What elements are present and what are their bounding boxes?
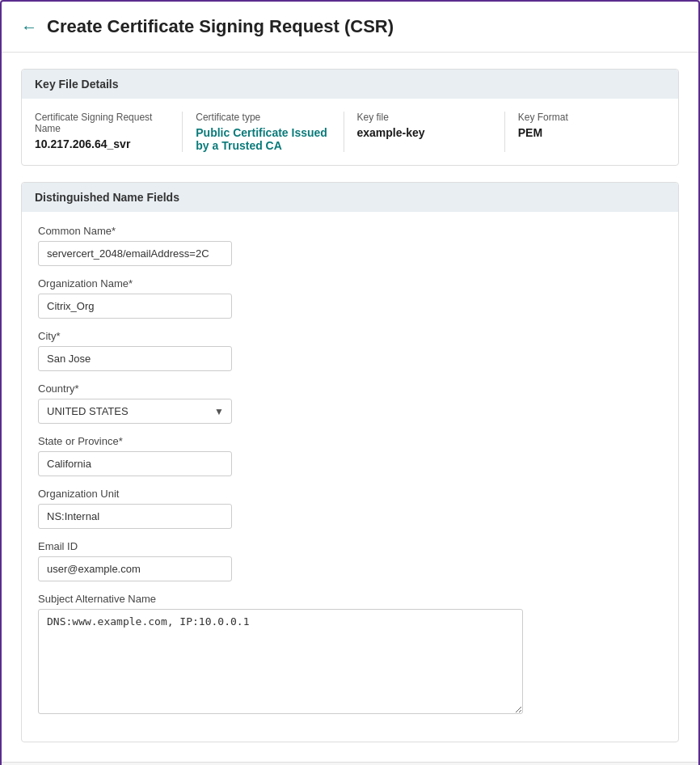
cert-type-value: Public Certificate Issued by a Trusted C… bbox=[196, 126, 330, 152]
state-label: State or Province* bbox=[38, 435, 662, 447]
email-input[interactable] bbox=[38, 556, 232, 581]
key-detail-csr-name: Certificate Signing Request Name 10.217.… bbox=[35, 112, 183, 152]
country-select[interactable]: UNITED STATES CANADA UNITED KINGDOM AUST… bbox=[38, 399, 232, 424]
cert-type-label: Certificate type bbox=[196, 112, 330, 123]
key-file-label: Key file bbox=[357, 112, 491, 123]
modal-container: ← Create Certificate Signing Request (CS… bbox=[0, 0, 700, 765]
email-group: Email ID bbox=[38, 540, 662, 581]
country-label: Country* bbox=[38, 382, 662, 395]
key-detail-key-format: Key Format PEM bbox=[505, 112, 665, 152]
csr-name-value: 10.217.206.64_svr bbox=[35, 137, 169, 150]
key-format-label: Key Format bbox=[518, 112, 652, 123]
san-label: Subject Alternative Name bbox=[38, 593, 662, 605]
email-label: Email ID bbox=[38, 540, 662, 552]
state-input[interactable] bbox=[38, 451, 232, 476]
modal-header: ← Create Certificate Signing Request (CS… bbox=[2, 2, 698, 53]
city-label: City* bbox=[38, 330, 662, 342]
common-name-group: Common Name* bbox=[38, 225, 662, 266]
city-group: City* bbox=[38, 330, 662, 371]
org-unit-label: Organization Unit bbox=[38, 488, 662, 500]
csr-name-label: Certificate Signing Request Name bbox=[35, 112, 169, 134]
org-name-input[interactable] bbox=[38, 294, 232, 319]
key-file-value: example-key bbox=[357, 126, 491, 139]
san-group: Subject Alternative Name DNS:www.example… bbox=[38, 593, 662, 717]
org-name-label: Organization Name* bbox=[38, 277, 662, 290]
page-title: Create Certificate Signing Request (CSR) bbox=[47, 16, 394, 37]
country-select-wrapper: UNITED STATES CANADA UNITED KINGDOM AUST… bbox=[38, 399, 232, 424]
modal-body: Key File Details Certificate Signing Req… bbox=[2, 53, 698, 762]
san-textarea[interactable]: DNS:www.example.com, IP:10.0.0.1 bbox=[38, 609, 523, 714]
modal-footer: Continue Cancel bbox=[2, 762, 698, 765]
country-group: Country* UNITED STATES CANADA UNITED KIN… bbox=[38, 382, 662, 424]
key-file-section: Key File Details Certificate Signing Req… bbox=[21, 69, 679, 166]
key-file-details-row: Certificate Signing Request Name 10.217.… bbox=[22, 99, 678, 165]
state-group: State or Province* bbox=[38, 435, 662, 476]
city-input[interactable] bbox=[38, 346, 232, 371]
back-arrow-icon[interactable]: ← bbox=[21, 18, 37, 36]
key-detail-cert-type: Certificate type Public Certificate Issu… bbox=[183, 112, 344, 152]
dn-fields-body: Common Name* Organization Name* City* Co… bbox=[22, 212, 678, 742]
dn-section-header: Distinguished Name Fields bbox=[22, 183, 678, 212]
common-name-input[interactable] bbox=[38, 241, 232, 266]
key-detail-key-file: Key file example-key bbox=[344, 112, 505, 152]
common-name-label: Common Name* bbox=[38, 225, 662, 237]
org-unit-group: Organization Unit bbox=[38, 488, 662, 529]
key-format-value: PEM bbox=[518, 126, 652, 139]
org-name-group: Organization Name* bbox=[38, 277, 662, 319]
key-file-section-header: Key File Details bbox=[22, 70, 678, 99]
org-unit-input[interactable] bbox=[38, 504, 232, 529]
dn-fields-section: Distinguished Name Fields Common Name* O… bbox=[21, 182, 679, 742]
